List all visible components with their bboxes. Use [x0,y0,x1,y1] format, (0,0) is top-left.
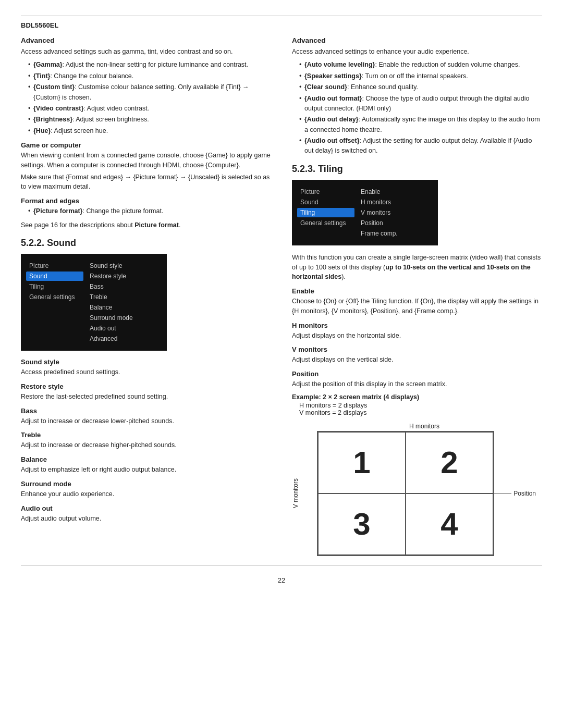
menu-sub-audio-out: Audio out [88,324,162,333]
page-number: 22 [21,576,542,584]
tiling-sub-enable: Enable [359,187,433,196]
restore-style-text: Restore the last-selected predefined sou… [21,392,271,402]
game-computer-text1: When viewing content from a connected ga… [21,151,271,170]
advanced-sound-intro: Access advanced settings to enhance your… [292,47,542,57]
position-label-text: Position [513,490,536,497]
advanced-picture-intro: Access advanced settings such as gamma, … [21,47,271,57]
v-monitors-diagram-label: V monitors [292,478,299,508]
treble-heading: Treble [21,431,271,439]
tiling-menu-item-sound: Sound [297,198,354,207]
format-bullets: {Picture format}: Change the picture for… [21,206,271,216]
advanced-picture-bullets: {Gamma}: Adjust the non-linear setting f… [21,60,271,136]
surround-heading: Surround mode [21,480,271,488]
tiling-sub-position: Position [359,218,433,228]
tiling-menu-item-tiling: Tiling [297,208,354,217]
example-h: H monitors = 2 displays [292,402,542,409]
bullet-video-contrast: {Video contrast}: Adjust video contrast. [28,104,271,114]
menu-sub-surround: Surround mode [88,313,162,323]
tiling-menu-box: Picture Sound Tiling General settings En… [292,180,438,245]
bass-heading: Bass [21,407,271,415]
grid-cell-2: 2 [406,432,493,493]
bass-text: Adjust to increase or decrease lower-pit… [21,416,271,426]
example-v: V monitors = 2 displays [292,409,542,416]
tiling-sub-frame-comp: Frame comp. [359,229,433,238]
position-heading: Position [292,370,542,378]
tiling-sub-v-monitors: V monitors [359,208,433,217]
menu-item-picture: Picture [26,261,83,270]
position-diagram-label: Position [485,490,536,497]
restore-style-heading: Restore style [21,382,271,390]
tiling-menu-item-general: General settings [297,218,354,228]
bullet-hue: {Hue}: Adjust screen hue. [28,126,271,136]
tiling-menu-item-picture: Picture [297,187,354,196]
menu-item-sound: Sound [26,272,83,281]
menu-sub-treble: Treble [88,292,162,302]
grid-cell-3: 3 [318,493,406,555]
h-monitors-diagram-label: H monitors [307,423,542,430]
game-computer-text2: Make sure that {Format and edges} → {Pic… [21,172,271,192]
model-number: BDL5560EL [21,21,542,29]
balance-text: Adjust to emphasize left or right audio … [21,465,271,475]
menu-sub-bass: Bass [88,282,162,291]
tiling-menu-col2: Enable H monitors V monitors Position Fr… [354,187,433,238]
position-text: Adjust the position of this display in t… [292,379,542,389]
bullet-brightness: {Brightness}: Adjust screen brightness. [28,115,271,125]
audio-out-text: Adjust audio output volume. [21,514,271,524]
tiling-section-title: 5.2.3. Tiling [292,164,542,175]
treble-text: Adjust to increase or decrease higher-pi… [21,440,271,450]
sound-menu-col1: Picture Sound Tiling General settings [26,261,83,343]
bullet-tint: {Tint}: Change the colour balance. [28,71,271,81]
menu-sub-restore-style: Restore style [88,272,162,281]
tiling-sub-h-monitors: H monitors [359,198,433,207]
advanced-picture-heading: Advanced [21,36,271,44]
example-label: Example: 2 × 2 screen matrix (4 displays… [292,393,542,401]
h-monitors-heading: H monitors [292,322,542,329]
bottom-divider [21,565,542,566]
top-rule [21,16,542,16]
menu-sub-sound-style: Sound style [88,261,162,270]
bullet-clear-sound: {Clear sound}: Enhance sound quality. [299,82,542,92]
bullet-audio-out-delay: {Audio out delay}: Automatically sync th… [299,115,542,135]
position-line [485,493,511,493]
bullet-auto-vol: {Auto volume leveling}: Enable the reduc… [299,60,542,70]
menu-sub-balance: Balance [88,303,162,312]
sound-menu-box: Picture Sound Tiling General settings So… [21,254,167,351]
enable-text: Choose to {On} or {Off} the Tiling funct… [292,297,542,316]
tiling-intro: With this function you can create a sing… [292,253,542,282]
bullet-picture-format: {Picture format}: Change the picture for… [28,206,271,216]
bullet-speaker: {Speaker settings}: Turn on or off the i… [299,71,542,81]
game-computer-heading: Game or computer [21,141,271,149]
sound-style-heading: Sound style [21,358,271,366]
balance-heading: Balance [21,455,271,463]
advanced-sound-heading: Advanced [292,36,542,44]
advanced-sound-bullets: {Auto volume leveling}: Enable the reduc… [292,60,542,156]
sound-menu-col2: Sound style Restore style Bass Treble Ba… [83,261,162,343]
menu-sub-advanced: Advanced [88,334,162,343]
v-monitors-text: Adjust displays on the vertical side. [292,355,542,365]
right-column: Advanced Access advanced settings to enh… [292,36,542,556]
tiling-menu-col1: Picture Sound Tiling General settings [297,187,354,238]
bullet-gamma: {Gamma}: Adjust the non-linear setting f… [28,60,271,70]
page: BDL5560EL Advanced Access advanced setti… [0,0,563,728]
sound-section-title: 5.2.2. Sound [21,238,271,249]
audio-out-heading: Audio out [21,504,271,512]
sound-style-text: Access predefined sound settings. [21,367,271,377]
left-column: Advanced Access advanced settings such a… [21,36,271,556]
format-note: See page 16 for the descriptions about P… [21,220,271,230]
menu-item-tiling: Tiling [26,282,83,291]
bullet-audio-out-format: {Audio out format}: Choose the type of a… [299,94,542,114]
grid-cell-1: 1 [318,432,406,493]
diagram-grid: 1 2 3 4 [317,431,494,556]
v-monitors-heading: V monitors [292,346,542,353]
bullet-audio-out-offset: {Audio out offset}: Adjust the setting f… [299,136,542,156]
two-column-layout: Advanced Access advanced settings such a… [21,36,542,556]
surround-text: Enhance your audio experience. [21,489,271,499]
tiling-diagram: H monitors V monitors 1 2 3 4 [292,423,542,556]
format-edges-heading: Format and edges [21,197,271,205]
enable-heading: Enable [292,287,542,295]
menu-item-general: General settings [26,292,83,302]
grid-cell-4: 4 [406,493,493,555]
bullet-custom-tint: {Custom tint}: Customise colour balance … [28,82,271,103]
h-monitors-text: Adjust displays on the horizontal side. [292,331,542,341]
